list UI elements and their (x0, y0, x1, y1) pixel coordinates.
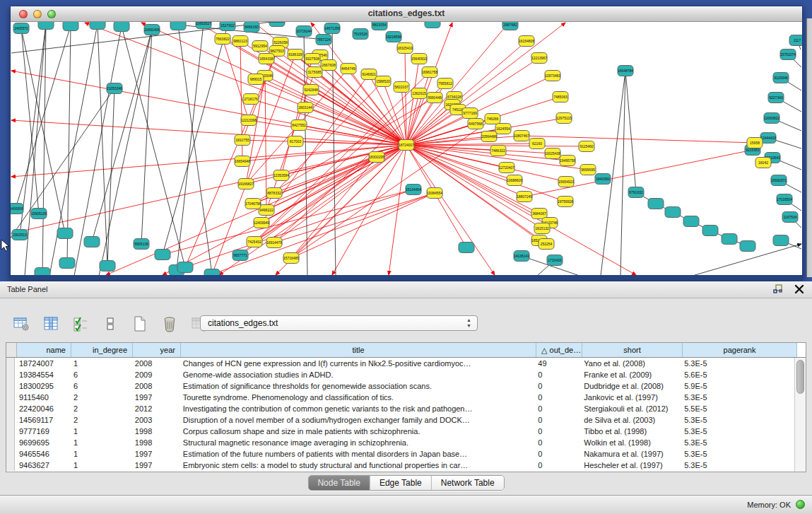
graph-node[interactable]: 8813054 (372, 22, 387, 30)
graph-node[interactable]: 1903513 (12, 230, 28, 240)
graph-node[interactable]: 8186328 (288, 49, 303, 60)
graph-node[interactable]: 9777169 (462, 108, 478, 119)
graph-node[interactable]: 5905139 (134, 239, 149, 250)
graph-node[interactable]: 20691406 (144, 25, 160, 35)
graph-node[interactable]: 18807249 (517, 192, 532, 202)
column-header-in_degree[interactable]: in_degree (71, 343, 133, 357)
column-header-name[interactable]: name (17, 343, 71, 357)
graph-node[interactable]: 16033809 (269, 22, 285, 27)
graph-node[interactable]: 6791932 (628, 187, 644, 198)
graph-node[interactable]: 15654923 (558, 177, 574, 187)
graph-node[interactable]: 10807467 (514, 131, 529, 141)
graph-node[interactable]: 1733426 (547, 255, 563, 266)
graph-node[interactable]: 18300295 (369, 152, 384, 163)
table-row[interactable]: 1456911722003Disruption of a novel membe… (6, 414, 794, 426)
graph-node[interactable] (155, 250, 170, 260)
graph-node[interactable]: 15640910 (411, 54, 427, 64)
graph-node[interactable]: 26406906 (11, 204, 23, 214)
graph-node[interactable]: 7663822 (215, 34, 230, 45)
column-header-title[interactable]: title (181, 343, 536, 357)
graph-node[interactable]: 9115460 (579, 141, 594, 152)
graph-node[interactable]: 9242848 (303, 85, 319, 95)
tab-edge-table[interactable]: Edge Table (370, 476, 432, 490)
graph-node[interactable]: 12353584 (273, 170, 289, 181)
graph-node[interactable] (773, 235, 789, 246)
graph-node[interactable] (90, 22, 105, 30)
network-graph[interactable]: 2405572206914061065352715276028466160160… (11, 22, 802, 275)
graph-node[interactable]: 12213398 (241, 115, 257, 126)
graph-node[interactable] (702, 226, 718, 236)
graph-node[interactable]: 1624554 (495, 124, 511, 134)
graph-node[interactable]: 15958 (747, 138, 763, 148)
graph-node[interactable] (114, 22, 129, 32)
graph-node[interactable]: 14136141 (514, 251, 529, 262)
graph-node[interactable]: 19218596 (386, 32, 401, 42)
table-select-dropdown[interactable]: citations_edges.txt ▲▼ (200, 315, 478, 331)
graph-node[interactable]: 2667608 (321, 60, 336, 71)
graph-node[interactable] (177, 262, 193, 273)
graph-node[interactable]: 7955812 (437, 78, 453, 89)
table-row[interactable]: 946554611997Estimation of the future num… (6, 448, 794, 460)
table-row[interactable]: 2242004622012Investigating the contribut… (6, 403, 794, 414)
graph-node[interactable]: 817003 (288, 136, 303, 147)
table-settings-button[interactable] (10, 313, 33, 334)
graph-node[interactable] (59, 258, 75, 269)
graph-node[interactable]: 9227343 (768, 93, 784, 103)
graph-node[interactable]: 17046798 (245, 199, 261, 209)
graph-node[interactable] (740, 241, 755, 252)
tab-network-table[interactable]: Network Table (432, 476, 504, 490)
graph-node[interactable] (648, 199, 664, 209)
graph-node[interactable] (722, 234, 737, 245)
graph-node[interactable] (84, 237, 100, 247)
graph-node[interactable]: 9129946 (773, 73, 789, 83)
graph-node[interactable]: 19384554 (427, 188, 442, 199)
graph-node[interactable]: 10688609 (507, 175, 522, 186)
graph-node[interactable]: 19166827 (238, 179, 254, 189)
graph-node[interactable]: 1640950 (595, 174, 611, 185)
graph-node[interactable]: 16654948 (235, 156, 250, 167)
graph-node[interactable]: 7486322 (490, 146, 506, 156)
graph-node[interactable]: 7425402 (247, 237, 262, 247)
tab-node-table[interactable]: Node Table (308, 476, 370, 490)
column-header-short[interactable]: short (582, 343, 683, 357)
graph-node[interactable]: 9146821 (361, 69, 377, 80)
table-row[interactable]: 1830029562008Estimation of significance … (6, 380, 794, 392)
graph-node[interactable] (425, 22, 440, 28)
float-window-icon[interactable] (772, 284, 784, 295)
column-preferences-button[interactable] (40, 313, 62, 334)
graph-node[interactable] (63, 22, 78, 31)
graph-node[interactable]: 12720407 (499, 163, 514, 173)
graph-node[interactable]: 18724007 (399, 140, 414, 151)
table-row[interactable]: 1938455462009Genome-wide association stu… (6, 369, 794, 380)
graph-node[interactable]: 18325419 (397, 43, 413, 54)
graph-node[interactable]: 746266 (485, 114, 500, 124)
graph-node[interactable] (459, 243, 474, 253)
vertical-scrollbar[interactable] (794, 358, 806, 472)
graph-node[interactable]: 2405572 (13, 23, 29, 34)
graph-node[interactable]: 15905139 (31, 209, 47, 219)
graph-node[interactable]: 16961758 (422, 67, 437, 78)
graph-node[interactable]: 10719144 (296, 26, 312, 37)
graph-node[interactable]: 12409949 (254, 218, 269, 228)
create-table-button[interactable] (129, 313, 151, 334)
graph-node[interactable]: 2803144 (298, 103, 313, 113)
graph-node[interactable] (170, 22, 186, 30)
graph-node[interactable]: 20564486 (481, 132, 497, 142)
select-rows-button[interactable] (69, 313, 92, 334)
graph-node[interactable]: 989015 (248, 74, 264, 85)
graph-node[interactable]: 2718176 (243, 94, 259, 105)
table-row[interactable]: 977716911998Corpus callosum shape and si… (6, 426, 794, 437)
network-canvas[interactable]: 2405572206914061065352715276028466160160… (11, 22, 802, 275)
graph-node[interactable]: 8878332 (266, 188, 282, 199)
graph-node[interactable] (35, 268, 50, 276)
graph-node[interactable]: 15134454 (406, 185, 421, 195)
graph-node[interactable]: 5822037 (394, 82, 409, 93)
graph-node[interactable]: 5912954 (252, 41, 268, 52)
graph-node[interactable]: 252254 (539, 239, 554, 250)
graph-node[interactable]: 15751074 (780, 49, 796, 60)
graph-node[interactable]: 8427552 (291, 120, 307, 131)
graph-node[interactable]: 16648784 (618, 66, 633, 76)
graph-node[interactable]: 1167534 (782, 212, 798, 223)
graph-node[interactable]: 7515526 (353, 29, 368, 40)
graph-node[interactable]: 9657771 (233, 250, 248, 261)
